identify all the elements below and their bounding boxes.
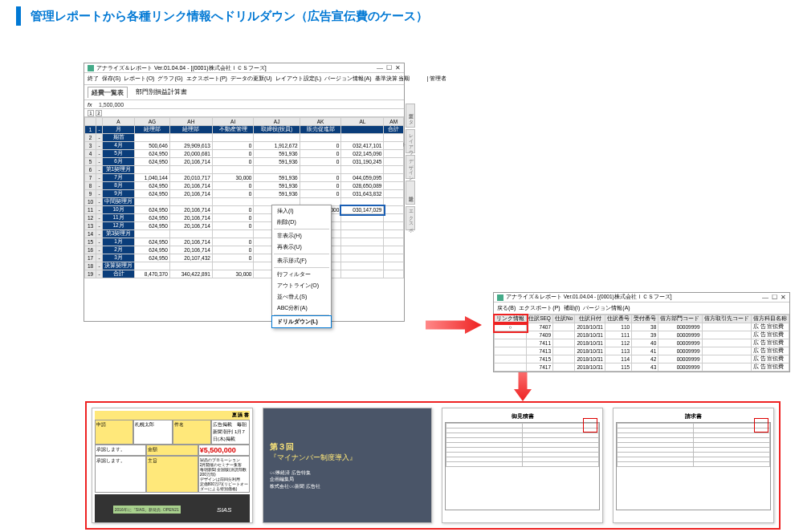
price: ¥5,500,000	[198, 445, 250, 456]
slide-sub: ○○県経済 広告特集企画編集局株式会社○○新聞 広告社	[270, 469, 425, 489]
minimize-icon[interactable]: —	[377, 64, 383, 71]
sb-tab-export[interactable]: エクスポ	[406, 206, 415, 230]
table-row[interactable]: 13-12月624,95020,106,7140591,936	[85, 222, 404, 230]
table-row[interactable]: 10-中間契理月	[85, 198, 404, 206]
applicant-label: 申請	[95, 420, 133, 445]
ctx-show[interactable]: 再表示(U)	[272, 242, 331, 253]
app-icon	[88, 65, 94, 71]
doc-approval-request[interactable]: 稟 議 書 申請札幌太郎件名広告掲載 毎朝新聞 朝刊 1月7日(木)掲載 承認し…	[92, 408, 253, 523]
main-report-window: アナライズ＆レポート Ver.01.04.04 - [(0001)株式会社ＩＣＳ…	[84, 63, 405, 322]
window-title: アナライズ＆レポート Ver.01.04.04 - [(0001)株式会社ＩＣＳ…	[96, 64, 267, 72]
table-row[interactable]: 16-2月624,95020,106,7140591,936	[85, 246, 404, 254]
col-hdr[interactable]	[85, 118, 96, 126]
menu-report[interactable]: レポート(O)	[124, 75, 154, 83]
table-row[interactable]: ○74072018/10/311103800009999広 告 宣伝費	[495, 323, 789, 331]
window-title: アナライズ＆レポート Ver.01.04.04 - [(0001)株式会社ＩＣＳ…	[506, 294, 672, 301]
table-row[interactable]: 12-11月624,95020,106,7140591,936	[85, 214, 404, 222]
header-accent-bar	[16, 6, 21, 26]
doc-quotation[interactable]: 御見積書	[442, 408, 603, 523]
doc1-image: 2016年に「SIAS」新発売. OPEN21SIAS	[95, 494, 250, 523]
tab-expenses[interactable]: 経費一覧表	[88, 87, 128, 98]
maximize-icon[interactable]: ☐	[386, 64, 392, 71]
ctx-outline[interactable]: アウトライン(O)	[272, 280, 331, 291]
app-icon	[497, 294, 503, 301]
table-row[interactable]: 19-合計8,470,370340,422,89130,0008,412,360	[85, 270, 404, 278]
sb-tab-settings[interactable]: 集計設定	[406, 181, 415, 205]
context-menu: 挿入(I) 削除(D) 非表示(H) 再表示(U) 表示形式(F) 行フィルター…	[271, 205, 332, 328]
menu-layout[interactable]: レイアウト設定(L)	[275, 75, 322, 83]
slide-line2: 『マイナンバー制度導入』	[270, 453, 425, 463]
table-row[interactable]: 74132018/10/311134100009999広 告 宣伝費	[495, 347, 789, 355]
menu-version[interactable]: バージョン情報(A)	[324, 75, 371, 83]
ctx-abc[interactable]: ABC分析(A)	[272, 303, 331, 314]
page-title: 管理レポートから各種リンク情報へドリルダウン（広告宣伝費のケース）	[31, 9, 428, 24]
menu-graph[interactable]: グラフ(G)	[157, 75, 182, 83]
ctx-hide[interactable]: 非表示(H)	[272, 230, 331, 242]
ctx-format[interactable]: 表示形式(F)	[272, 255, 331, 266]
table-row[interactable]: 18-決算契理月	[85, 262, 404, 270]
menu-refresh[interactable]: データの更新(U)	[230, 75, 272, 83]
table-row[interactable]: 14-第3契理月	[85, 230, 404, 238]
linked-documents-frame: 稟 議 書 申請札幌太郎件名広告掲載 毎朝新聞 朝刊 1月7日(木)掲載 承認し…	[85, 401, 781, 530]
menu-back[interactable]: 戻る(B)	[497, 304, 516, 312]
titlebar: アナライズ＆レポート Ver.01.04.04 - [(0001)株式会社ＩＣＳ…	[84, 63, 404, 73]
table-row[interactable]: 9-9月624,95020,106,7140591,9360031,643,83…	[85, 190, 404, 198]
menu-export[interactable]: エクスポート(P)	[519, 304, 560, 312]
arrow-right-icon	[426, 316, 482, 334]
sb-tab-design[interactable]: デザイン	[406, 155, 415, 179]
table-row[interactable]: 7-7月1,040,14420,010,71730,000591,9360044…	[85, 174, 404, 182]
table-row[interactable]: 17-3月624,95020,107,4320591,936	[85, 254, 404, 262]
close-icon[interactable]: ✕	[781, 294, 786, 301]
stamp-icon	[583, 418, 597, 433]
close-icon[interactable]: ✕	[395, 64, 401, 71]
sheet-tabs: 経費一覧表 部門別損益計算書	[84, 85, 404, 99]
sb-tab-layout[interactable]: レイアウト	[406, 129, 415, 153]
col-link[interactable]: リンク情報	[495, 315, 527, 323]
slide-line1: 第３回	[270, 441, 425, 453]
right-sidebar: 集計データ レイアウト デザイン 集計設定 エクスポ	[406, 104, 415, 230]
doc4-title: 請求書	[616, 412, 771, 420]
table-row[interactable]: 74112018/10/311124000009999広 告 宣伝費	[495, 339, 789, 347]
formula-value[interactable]: 1,500,000	[99, 102, 124, 108]
link-info-window: アナライズ＆レポート Ver.01.04.04 - [(0001)株式会社ＩＣＳ…	[493, 292, 790, 372]
table-row[interactable]: 6-第1契理月	[85, 166, 404, 174]
doc1-title: 稟 議 書	[95, 411, 250, 420]
table-row[interactable]: 74172018/10/311154300009999広 告 宣伝費	[495, 363, 789, 372]
menu-right-info: 基準決算 当期 | 管理者	[375, 75, 447, 83]
table-row[interactable]: 3-4月500,64629,909,61301,912,6720032,417,…	[85, 142, 404, 150]
ctx-insert[interactable]: 挿入(I)	[272, 205, 331, 217]
ctx-rowfilter[interactable]: 行フィルター	[272, 269, 331, 280]
table-row[interactable]: 74092018/10/311113900009999広 告 宣伝費	[495, 331, 789, 339]
doc-presentation[interactable]: 第３回 『マイナンバー制度導入』 ○○県経済 広告特集企画編集局株式会社○○新聞…	[263, 408, 432, 523]
doc-invoice[interactable]: 請求書	[613, 408, 774, 523]
table-row[interactable]: 4-5月624,95020,000,6810591,9360022,145,09…	[85, 150, 404, 158]
menu-version[interactable]: バージョン情報(A)	[583, 304, 630, 312]
menubar: 終了 保存(S) レポート(O) グラフ(G) エクスポート(P) データの更新…	[84, 73, 404, 85]
ctx-delete[interactable]: 削除(D)	[272, 217, 331, 228]
table-row[interactable]: 11-10月624,95020,106,7140591,9361,500,000…	[85, 206, 404, 214]
menu-save[interactable]: 保存(S)	[102, 75, 120, 83]
table-row[interactable]: 15-1月624,95020,106,7140591,936	[85, 238, 404, 246]
maximize-icon[interactable]: ☐	[772, 294, 777, 301]
link-grid[interactable]: リンク情報 仕訳SEQ仕訳No 仕訳日付仕訳番号 受付番号借方部門コード 借方取…	[494, 315, 789, 372]
ctx-drilldown[interactable]: ドリルダウン(L)	[271, 315, 332, 328]
outline-1[interactable]: 1	[88, 110, 94, 116]
table-row[interactable]: 5-6月624,95020,106,7140591,9360031,190,24…	[85, 158, 404, 166]
outline-2[interactable]: 2	[96, 110, 102, 116]
data-grid[interactable]: AAG AHAI AJAK ALAM 1- 月経理部 経理部不動産管理 取締役(…	[84, 117, 404, 278]
table-row[interactable]: 8-8月624,95020,106,7140591,9360028,650,08…	[85, 182, 404, 190]
ctx-sort[interactable]: 並べ替え(S)	[272, 291, 331, 303]
tab-dept-pl[interactable]: 部門別損益計算書	[132, 87, 190, 98]
sb-tab-data[interactable]: 集計データ	[406, 104, 415, 128]
stamp-icon	[754, 418, 768, 433]
fx-label: fx	[88, 102, 99, 108]
doc3-title: 御見積書	[445, 412, 600, 420]
menu-export[interactable]: エクスポート(P)	[186, 75, 227, 83]
table-row[interactable]: 2-期首	[85, 134, 404, 142]
menu-help[interactable]: 補助(I)	[564, 304, 581, 312]
minimize-icon[interactable]: —	[762, 294, 768, 301]
menu-exit[interactable]: 終了	[88, 75, 99, 83]
table-row[interactable]: 74152018/10/311144200009999広 告 宣伝費	[495, 355, 789, 363]
